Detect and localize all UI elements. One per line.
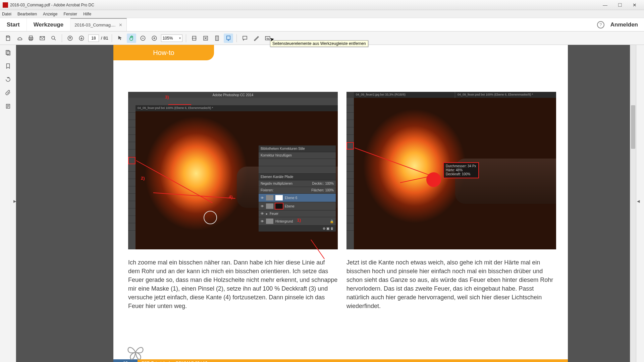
- scrollbar-thumb[interactable]: [631, 105, 635, 149]
- tabstrip: Start Werkzeuge 2016-03_Commag.... ✕ ? A…: [0, 18, 644, 32]
- butterfly-logo-icon: [125, 344, 146, 361]
- svg-point-5: [52, 36, 55, 39]
- print-icon[interactable]: [26, 34, 36, 43]
- ps-app-title: Adobe Photoshop CC 2014: [128, 92, 338, 98]
- maximize-button[interactable]: ☐: [613, 1, 627, 9]
- blend-mode: Negativ multiplizieren: [261, 182, 292, 185]
- minimize-button[interactable]: —: [598, 1, 612, 9]
- vertical-scrollbar[interactable]: [630, 45, 636, 362]
- document-tab[interactable]: 2016-03_Commag.... ✕: [70, 18, 127, 31]
- attachment-icon[interactable]: [4, 89, 12, 97]
- menu-window[interactable]: Fenster: [63, 12, 77, 16]
- signin-button[interactable]: Anmelden: [610, 21, 638, 28]
- ps-document-tab: 04_09_feuer2.jpg bei 33,3% (RGB/8): [354, 92, 454, 98]
- paragraph-right: Jetzt ist die Kante noch etwas weich, al…: [346, 258, 556, 311]
- layer-panel-footer: ⊕ ▣ 🗑: [259, 226, 336, 232]
- page-total-label: / 81: [101, 36, 108, 41]
- info-line: Durchmesser: 34 Px: [446, 164, 476, 168]
- tab-home[interactable]: Start: [0, 18, 27, 31]
- expand-left-icon[interactable]: ▶: [13, 199, 16, 203]
- left-nav-pane: ▶: [0, 45, 16, 362]
- prev-page-icon[interactable]: [65, 34, 75, 43]
- ps-brush-tool-icon: [128, 157, 136, 164]
- menu-edit[interactable]: Bearbeiten: [17, 12, 37, 16]
- acrobat-icon: [3, 2, 8, 8]
- ps-document-tab: 04_09_feuer.psd bei 100% (Ebene 6, Ebene…: [455, 92, 556, 98]
- tab-tools[interactable]: Werkzeuge: [27, 18, 70, 31]
- close-button[interactable]: ✕: [628, 1, 641, 9]
- adjustment-icons-row: [259, 159, 336, 166]
- save-icon[interactable]: [3, 34, 13, 43]
- fit-width-icon[interactable]: [190, 34, 199, 43]
- menu-help[interactable]: Hilfe: [83, 12, 91, 16]
- ps-document-tab: 04_09_feuer.psd bei 100% (Ebene 6, Ebene…: [136, 105, 338, 111]
- adjustment-icons-row: [259, 166, 336, 174]
- document-tab-label: 2016-03_Commag....: [74, 22, 115, 27]
- ps-tool-palette: [128, 105, 136, 249]
- zoom-select[interactable]: 105%: [161, 35, 182, 42]
- annotation-number: 1): [297, 218, 301, 223]
- annotation-number: 4): [229, 194, 233, 199]
- zoom-in-icon[interactable]: [150, 34, 159, 43]
- comment-icon[interactable]: [240, 34, 250, 43]
- lock-label: Fixieren:: [261, 188, 273, 192]
- tab-close-icon[interactable]: ✕: [119, 22, 122, 27]
- help-icon[interactable]: ?: [597, 21, 604, 28]
- brush-dot-icon: [426, 172, 441, 187]
- rotate-icon[interactable]: [4, 76, 12, 83]
- cloud-icon[interactable]: [15, 34, 24, 43]
- menu-view[interactable]: Anzeige: [43, 12, 57, 16]
- titlebar: 2016-03_Commag.pdf - Adobe Acrobat Pro D…: [0, 0, 644, 10]
- screenshot-right: 04_09_feuer2.jpg bei 33,3% (RGB/8) 04_09…: [346, 92, 556, 249]
- fit-height-icon[interactable]: [212, 34, 222, 43]
- layer-name: Hintergrund: [275, 220, 293, 223]
- window-title: 2016-03_Commag.pdf - Adobe Acrobat Pro D…: [10, 3, 598, 7]
- howto-badge: How-to: [113, 45, 214, 60]
- layer-name: Ebene: [285, 204, 294, 208]
- fit-page-icon[interactable]: [201, 34, 210, 43]
- menubar: Datei Bearbeiten Anzeige Fenster Hilfe: [0, 10, 644, 18]
- zoom-out-icon[interactable]: [138, 34, 148, 43]
- layer-name: Ebene 6: [285, 196, 297, 200]
- annotation-number: 3): [165, 95, 169, 100]
- ps-tool-palette: [346, 98, 354, 249]
- menu-file[interactable]: Datei: [2, 12, 11, 16]
- email-icon[interactable]: [38, 34, 47, 43]
- layer-tabs: Ebenen Kanäle Pfade: [259, 174, 336, 180]
- highlight-icon[interactable]: [252, 34, 261, 43]
- right-tools-pane: ◀: [636, 45, 644, 362]
- layer-name: Feuer: [270, 212, 278, 216]
- svg-rect-0: [7, 36, 9, 37]
- zoom-value: 105%: [163, 36, 173, 41]
- document-canvas[interactable]: How-to Adobe Photoshop CC 2014 Normal De…: [16, 45, 636, 362]
- ps-brush-tool-icon: [346, 142, 354, 149]
- footer-crumb: PSD-Tutorials.de · COMMAG 03 | 16: [138, 361, 207, 362]
- page-controls-icon[interactable]: [224, 34, 233, 43]
- next-page-icon[interactable]: [77, 34, 86, 43]
- layers-icon[interactable]: [4, 103, 12, 110]
- expand-right-icon[interactable]: ◀: [637, 199, 640, 203]
- panel-tabs: Bibliotheken Korrekturen Stile: [259, 145, 336, 152]
- annotation-number: 2): [141, 176, 145, 181]
- search-icon[interactable]: [49, 34, 58, 43]
- page-footer: 18 PSD-Tutorials.de · COMMAG 03 | 16: [113, 359, 568, 362]
- info-line: Härte: 48%: [446, 168, 476, 172]
- brush-info-box: Durchmesser: 34 Px Härte: 48% Deckkraft:…: [443, 162, 479, 178]
- hand-tool-icon[interactable]: [127, 34, 136, 43]
- fill-label: Flächen: 100%: [311, 188, 334, 192]
- info-line: Deckkraft: 100%: [446, 172, 476, 176]
- bookmarks-icon[interactable]: [4, 62, 12, 70]
- svg-rect-13: [226, 36, 230, 40]
- brush-cursor-icon: [204, 211, 217, 224]
- pdf-page: How-to Adobe Photoshop CC 2014 Normal De…: [113, 45, 568, 362]
- layer-opacity: Deckkr.: 100%: [312, 182, 334, 185]
- panel-subtitle: Korrektur hinzufügen: [259, 152, 336, 159]
- tooltip: Seitensteuerelemente aus Werkzeugleiste …: [270, 40, 368, 47]
- paragraph-left: Ich zoome mal ein bisschen näher ran. Da…: [128, 258, 338, 311]
- thumbnails-icon[interactable]: [4, 49, 12, 56]
- select-arrow-icon[interactable]: [115, 34, 125, 43]
- ps-options-bar: Normal Deckkr.: 100% Fluss: 100%: [128, 98, 338, 105]
- page-number-input[interactable]: [88, 35, 99, 42]
- screenshot-left: Adobe Photoshop CC 2014 Normal Deckkr.: …: [128, 92, 338, 249]
